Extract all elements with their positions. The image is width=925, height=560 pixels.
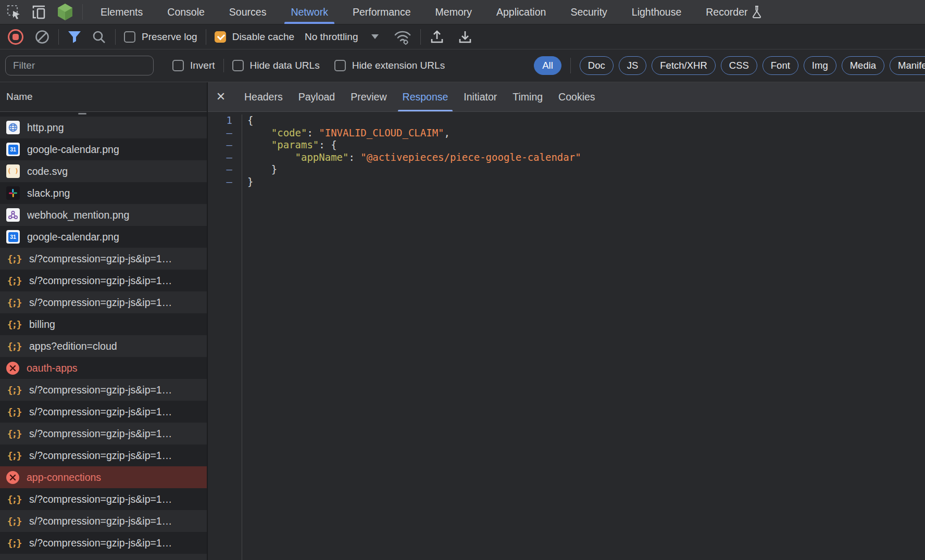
request-row[interactable]: {;}s/?compression=gzip-js&ip=1… [0, 270, 207, 291]
code-token: : [348, 151, 360, 163]
detail-tab-response[interactable]: Response [403, 82, 448, 111]
request-row[interactable]: {;}s/?compression=gzip-js&ip=1… [0, 401, 207, 423]
import-har-icon[interactable] [429, 29, 445, 45]
request-row[interactable]: 31google-calendar.png [0, 226, 207, 248]
request-row[interactable]: {;}s/?compression=gzip-js&ip=1… [0, 532, 207, 554]
invert-filter-control[interactable]: Invert [172, 60, 215, 71]
json-braces-icon: {;} [6, 450, 22, 461]
detail-tab-payload[interactable]: Payload [298, 82, 335, 111]
hide-data-urls-checkbox[interactable] [232, 60, 244, 71]
request-row[interactable]: {;}s/?compression=gzip-js&ip=1… [0, 444, 207, 466]
request-row[interactable]: slack.png [0, 182, 207, 204]
request-row[interactable]: {;}s/?compression=gzip-js&ip=1… [0, 423, 207, 444]
json-braces-icon: {;} [6, 406, 22, 417]
type-pill-manifest[interactable]: Manifest [890, 56, 925, 75]
devtools-main-tab-bar: ElementsConsoleSourcesNetworkPerformance… [0, 0, 925, 24]
type-pill-js[interactable]: JS [619, 56, 647, 75]
request-name: http.png [27, 122, 64, 134]
device-toolbar-icon[interactable] [31, 4, 47, 20]
main-tab-memory[interactable]: Memory [435, 0, 472, 24]
type-pill-fetchxhr[interactable]: Fetch/XHR [652, 56, 715, 75]
search-icon[interactable] [91, 29, 107, 45]
json-braces-icon: {;} [6, 341, 22, 352]
main-tab-security[interactable]: Security [570, 0, 607, 24]
code-token: } [247, 176, 253, 187]
main-tab-network[interactable]: Network [291, 0, 328, 24]
json-braces-icon: {;} [6, 275, 22, 286]
pill-separator [570, 58, 571, 73]
hide-extension-urls-checkbox[interactable] [334, 60, 346, 71]
request-row[interactable]: {;}s/?compression=gzip-js&ip=1… [0, 291, 207, 313]
type-pill-doc[interactable]: Doc [580, 56, 614, 75]
hide-extension-urls-control[interactable]: Hide extension URLs [334, 60, 445, 71]
throttling-select[interactable]: No throttling [305, 31, 379, 43]
preserve-log-checkbox[interactable] [124, 31, 135, 43]
preserve-log-control[interactable]: Preserve log [124, 31, 197, 43]
request-row[interactable]: {;}apps?edition=cloud [0, 335, 207, 357]
request-row[interactable]: oauth-apps [0, 357, 207, 379]
export-har-icon[interactable] [457, 29, 473, 45]
main-tab-performance[interactable]: Performance [353, 0, 411, 24]
request-row[interactable]: 31google-calendar.png [0, 138, 207, 160]
calendar-31-glyph: 31 [8, 145, 18, 155]
request-row[interactable]: {;}s/?compression=gzip-js&ip=1… [0, 379, 207, 401]
close-detail-icon[interactable]: ✕ [213, 90, 229, 104]
detail-tab-bar: ✕ HeadersPayloadPreviewResponseInitiator… [208, 82, 925, 112]
type-pill-img[interactable]: Img [804, 56, 836, 75]
type-pill-font[interactable]: Font [762, 56, 798, 75]
name-column-header[interactable]: Name [0, 82, 207, 112]
request-row[interactable]: {;}billing [0, 313, 207, 335]
record-network-log-button[interactable] [7, 29, 24, 45]
detail-tab-initiator[interactable]: Initiator [464, 82, 497, 111]
code-token: "@activepieces/piece-google-calendar" [360, 151, 581, 163]
type-pill-css[interactable]: CSS [721, 56, 757, 75]
main-tab-label: Lighthouse [632, 6, 681, 18]
fold-dash-marker: – [208, 151, 232, 164]
editor-content[interactable]: { "code": "INVALID_CLOUD_CLAIM", "params… [242, 114, 925, 560]
request-row[interactable]: app-connections [0, 466, 207, 488]
request-name: s/?compression=gzip-js&ip=1… [29, 537, 172, 549]
json-braces-icon: {;} [6, 319, 22, 330]
type-pill-all[interactable]: All [534, 56, 561, 75]
main-tab-sources[interactable]: Sources [229, 0, 267, 24]
detail-tab-cookies[interactable]: Cookies [558, 82, 595, 111]
detail-tab-preview[interactable]: Preview [351, 82, 386, 111]
devtools-window: ElementsConsoleSourcesNetworkPerformance… [0, 0, 925, 560]
hide-data-urls-control[interactable]: Hide data URLs [232, 60, 320, 71]
detail-tab-timing[interactable]: Timing [512, 82, 543, 111]
request-row[interactable]: ( )code.svg [0, 160, 207, 182]
request-row[interactable]: http.png [0, 117, 207, 138]
toolbar-separator [420, 29, 421, 45]
disable-cache-control[interactable]: Disable cache [215, 31, 294, 43]
detail-tab-headers[interactable]: Headers [244, 82, 283, 111]
request-name: s/?compression=gzip-js&ip=1… [29, 493, 172, 505]
main-tab-application[interactable]: Application [496, 0, 546, 24]
filter-funnel-icon[interactable] [67, 30, 82, 44]
clear-network-log-button[interactable] [34, 29, 50, 45]
network-conditions-icon[interactable] [393, 29, 412, 45]
filter-input[interactable] [5, 56, 154, 75]
main-tab-label: Elements [101, 6, 143, 18]
request-row[interactable]: {;}s/?compression=gzip-js&ip=1… [0, 554, 207, 560]
request-row[interactable]: {;}s/?compression=gzip-js&ip=1… [0, 248, 207, 270]
main-tab-elements[interactable]: Elements [101, 0, 143, 24]
main-tab-lighthouse[interactable]: Lighthouse [632, 0, 681, 24]
code-token: , [444, 127, 450, 138]
type-pill-media[interactable]: Media [842, 56, 884, 75]
code-line: "code": "INVALID_CLOUD_CLAIM", [247, 127, 925, 139]
main-tab-recorder[interactable]: Recorder [706, 0, 762, 24]
invert-checkbox[interactable] [172, 60, 184, 71]
nodejs-icon [56, 3, 74, 21]
request-list-panel: Name http.png31google-calendar.png( )cod… [0, 82, 208, 560]
toolbar-separator [206, 29, 206, 45]
disable-cache-checkbox[interactable] [215, 31, 226, 43]
inspect-element-icon[interactable] [6, 4, 22, 20]
main-tab-console[interactable]: Console [167, 0, 205, 24]
response-editor[interactable]: 1––––– { "code": "INVALID_CLOUD_CLAIM", … [208, 112, 925, 560]
request-name: app-connections [27, 472, 101, 483]
request-row[interactable]: {;}s/?compression=gzip-js&ip=1… [0, 510, 207, 532]
main-tab-label: Console [167, 6, 205, 18]
main-tab-label: Sources [229, 6, 267, 18]
request-row[interactable]: {;}s/?compression=gzip-js&ip=1… [0, 488, 207, 510]
request-row[interactable]: webhook_mention.png [0, 204, 207, 226]
